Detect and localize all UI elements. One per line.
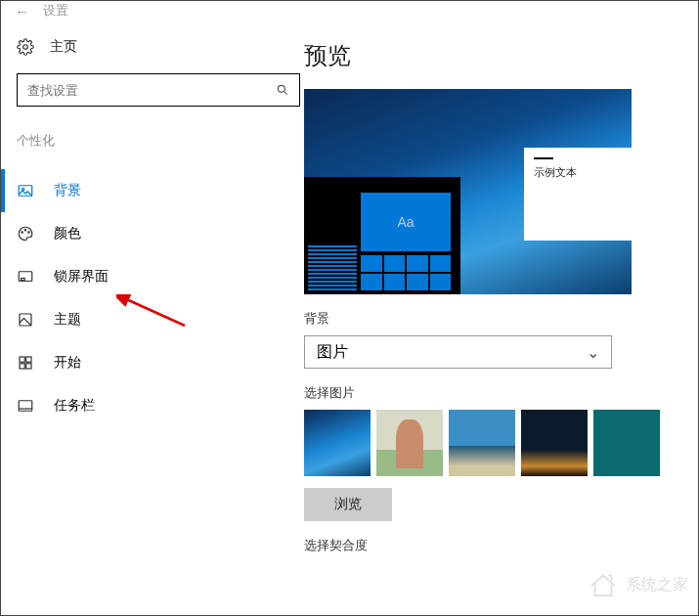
svg-rect-14 <box>26 364 31 369</box>
home-link[interactable]: 主页 <box>17 38 288 56</box>
thumbnail-1[interactable] <box>304 410 371 476</box>
fit-label: 选择契合度 <box>304 537 684 554</box>
background-label: 背景 <box>304 310 684 328</box>
svg-point-6 <box>24 230 26 232</box>
back-icon[interactable]: ← <box>15 3 29 20</box>
section-title: 个性化 <box>17 132 288 150</box>
svg-point-1 <box>278 85 284 92</box>
content-pane: 预览 Aa 示例文本 背景 图片 ⌄ <box>304 21 698 615</box>
sample-text: 示例文本 <box>534 165 622 180</box>
sidebar-item-colors[interactable]: 颜色 <box>1 212 288 255</box>
window-title: 设置 <box>43 2 68 20</box>
thumbnail-2[interactable] <box>376 410 443 476</box>
watermark-text: 系统之家 <box>626 575 688 595</box>
taskbar-icon <box>17 397 34 415</box>
svg-point-7 <box>28 232 30 234</box>
picture-icon <box>17 182 34 199</box>
svg-rect-12 <box>26 357 31 362</box>
thumbnail-5[interactable] <box>593 410 660 476</box>
sidebar-item-taskbar[interactable]: 任务栏 <box>1 384 288 427</box>
sidebar-item-start[interactable]: 开始 <box>1 341 288 384</box>
svg-rect-11 <box>20 357 24 362</box>
start-icon <box>17 354 34 372</box>
picture-thumbnails <box>304 410 684 476</box>
house-icon <box>587 570 620 599</box>
svg-point-0 <box>23 45 28 50</box>
search-icon <box>276 83 289 97</box>
background-type-dropdown[interactable]: 图片 ⌄ <box>304 335 612 369</box>
browse-button[interactable]: 浏览 <box>304 488 392 521</box>
sidebar-item-label: 锁屏界面 <box>54 268 109 286</box>
sidebar-item-label: 任务栏 <box>54 397 95 415</box>
svg-rect-13 <box>20 364 24 369</box>
lockscreen-icon <box>17 268 34 286</box>
sidebar-item-label: 主题 <box>54 311 81 329</box>
sidebar-item-label: 背景 <box>54 182 81 199</box>
preview-heading: 预览 <box>304 40 684 71</box>
choose-picture-label: 选择图片 <box>304 384 684 402</box>
sidebar: 主页 个性化 背景 颜色 锁屏界面 主题 开始 任务 <box>1 21 304 615</box>
sidebar-item-lockscreen[interactable]: 锁屏界面 <box>1 255 288 298</box>
gear-icon <box>17 38 34 56</box>
sidebar-item-label: 颜色 <box>54 225 81 242</box>
home-label: 主页 <box>50 38 77 56</box>
svg-rect-9 <box>22 279 25 281</box>
svg-rect-15 <box>19 401 32 412</box>
thumbnail-4[interactable] <box>521 410 588 476</box>
sidebar-item-label: 开始 <box>54 354 81 372</box>
thumbnail-3[interactable] <box>449 410 515 476</box>
chevron-down-icon: ⌄ <box>587 343 599 362</box>
sidebar-item-background[interactable]: 背景 <box>1 169 288 212</box>
search-input[interactable] <box>27 83 276 98</box>
preview-sample-window: 示例文本 <box>524 148 632 241</box>
sidebar-item-themes[interactable]: 主题 <box>1 298 288 341</box>
dropdown-value: 图片 <box>317 342 348 363</box>
svg-line-2 <box>284 91 286 94</box>
theme-icon <box>17 311 34 329</box>
preview-tile-aa: Aa <box>361 193 451 251</box>
watermark: 系统之家 <box>587 570 688 599</box>
search-box[interactable] <box>17 73 300 107</box>
svg-point-5 <box>22 232 23 234</box>
desktop-preview: Aa 示例文本 <box>304 89 632 294</box>
palette-icon <box>17 225 34 242</box>
window-header: ← 设置 <box>1 1 698 21</box>
